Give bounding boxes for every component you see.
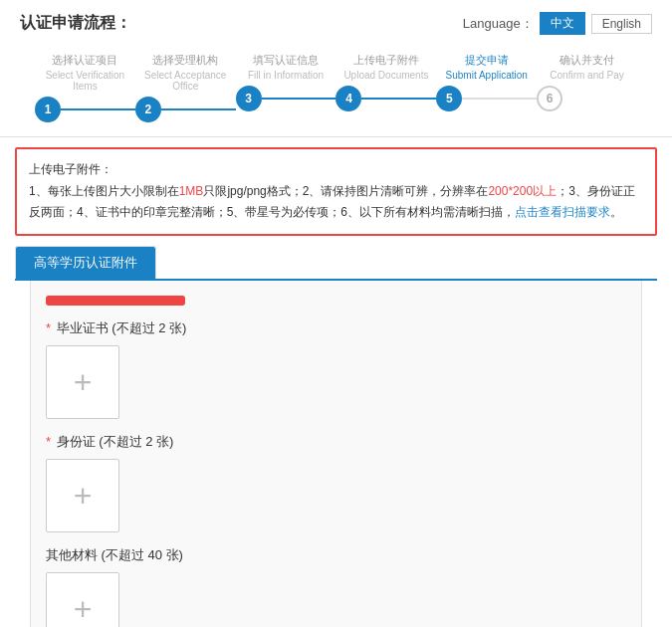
step-6-sublabel: Confirm and Pay: [550, 70, 623, 81]
upload-other-button[interactable]: +: [46, 572, 119, 627]
language-label: Language：: [463, 15, 534, 33]
upload-section-other: 其他材料 (不超过 40 张) +: [46, 546, 626, 627]
step-1: 选择认证项目 Select Verification Items 1: [35, 53, 135, 122]
tab-attachment[interactable]: 高等学历认证附件: [15, 246, 156, 279]
upload-section-id: * 身份证 (不超过 2 张) +: [46, 433, 626, 532]
upload-id-label: * 身份证 (不超过 2 张): [46, 433, 626, 451]
step-1-label: 选择认证项目: [52, 53, 117, 67]
step-6: 确认并支付 Confirm and Pay 6: [537, 53, 637, 111]
upload-other-label: 其他材料 (不超过 40 张): [46, 546, 626, 564]
step-5-connector: [462, 98, 537, 100]
step-3-connector: [262, 98, 336, 100]
notice-part-2: 1、每张上传图片大小限制在1MB只限jpg/png格式；2、请保持图片清晰可辨，…: [29, 184, 635, 220]
step-1-sublabel: Select Verification Items: [35, 70, 135, 92]
upload-diploma-text: 毕业证书 (不超过 2 张): [57, 320, 187, 335]
content-area: * 毕业证书 (不超过 2 张) + * 身份证 (不超过 2 张) +: [30, 281, 642, 627]
step-5-sublabel: Submit Application: [446, 70, 528, 81]
upload-id-plus-icon: +: [74, 480, 93, 512]
upload-id-button[interactable]: +: [46, 459, 119, 532]
step-2-connector: [161, 108, 236, 110]
step-2: 选择受理机构 Select Acceptance Office 2: [135, 53, 236, 122]
tab-area: 高等学历认证附件 * 毕业证书 (不超过 2 张) + * 身份证 (不超过 2…: [15, 246, 657, 627]
lang-en-button[interactable]: English: [591, 14, 652, 34]
notice-highlight-2: 200*200以上: [488, 184, 557, 198]
step-5: 提交申请 Submit Application 5: [436, 53, 537, 111]
step-3-num: 3: [236, 86, 262, 111]
step-4-label: 上传电子附件: [353, 53, 419, 67]
step-3-sublabel: Fill in Information: [248, 70, 324, 81]
upload-diploma-plus-icon: +: [74, 366, 93, 398]
notice-part-1: 上传电子附件：: [29, 162, 112, 176]
step-2-label: 选择受理机构: [152, 53, 218, 67]
step-5-num: 5: [436, 86, 462, 111]
step-4-sublabel: Upload Documents: [343, 70, 428, 81]
redacted-info-bar: [46, 296, 185, 306]
notice-link[interactable]: 点击查看扫描要求: [515, 205, 610, 219]
page-title: 认证申请流程：: [20, 13, 131, 34]
step-4: 上传电子附件 Upload Documents 4: [336, 53, 436, 111]
step-6-num: 6: [537, 86, 562, 111]
upload-other-text: 其他材料 (不超过 40 张): [46, 547, 183, 562]
steps-bar: 选择认证项目 Select Verification Items 1 选择受理机…: [20, 45, 652, 136]
step-3-label: 填写认证信息: [253, 53, 319, 67]
step-1-connector: [61, 108, 135, 110]
required-star-1: *: [46, 320, 51, 335]
tab-bar: 高等学历认证附件: [15, 246, 657, 281]
step-2-num: 2: [135, 97, 161, 122]
notice-text: 上传电子附件： 1、每张上传图片大小限制在1MB只限jpg/png格式；2、请保…: [29, 159, 643, 224]
upload-other-plus-icon: +: [74, 593, 93, 625]
notice-box: 上传电子附件： 1、每张上传图片大小限制在1MB只限jpg/png格式；2、请保…: [15, 147, 657, 236]
step-3: 填写认证信息 Fill in Information 3: [236, 53, 336, 111]
language-bar: Language： 中文 English: [463, 12, 652, 35]
notice-highlight-1: 1MB: [179, 184, 204, 198]
lang-zh-button[interactable]: 中文: [540, 12, 585, 35]
upload-section-diploma: * 毕业证书 (不超过 2 张) +: [46, 319, 626, 419]
step-4-connector: [361, 98, 436, 100]
step-2-sublabel: Select Acceptance Office: [135, 70, 236, 92]
required-star-2: *: [46, 434, 51, 449]
step-4-num: 4: [336, 86, 361, 111]
upload-diploma-label: * 毕业证书 (不超过 2 张): [46, 319, 626, 337]
step-6-label: 确认并支付: [560, 53, 614, 67]
step-1-num: 1: [35, 97, 61, 122]
upload-diploma-button[interactable]: +: [46, 345, 119, 419]
upload-id-text: 身份证 (不超过 2 张): [57, 434, 174, 449]
step-5-label: 提交申请: [465, 53, 509, 67]
